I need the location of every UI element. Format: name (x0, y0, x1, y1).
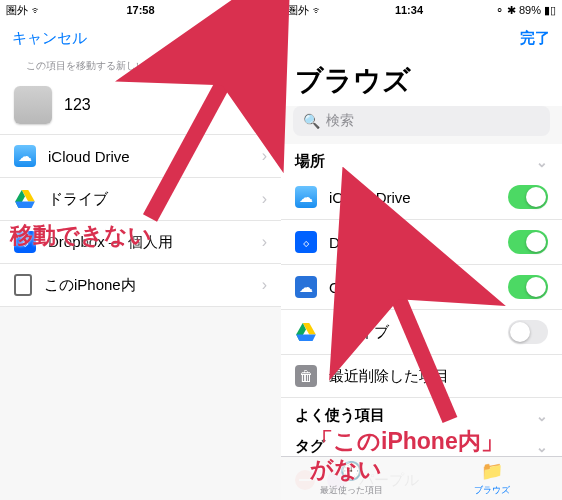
dropbox-icon: ⬦ (14, 231, 36, 253)
item-label: Dropbox — 個人用 (48, 233, 173, 252)
icloud-icon: ☁︎ (295, 186, 317, 208)
svg-marker-2 (15, 201, 35, 208)
item-label: ドライブ (48, 190, 108, 209)
location-item-dropbox[interactable]: ⬦ Dropbox — 個人用 › (0, 221, 281, 264)
phone-left: 圏外ᯤ 17:58 ⚬ ✱▮▯ キャンセル 移動 この項目を移動する新しい場所を… (0, 0, 281, 500)
item-label: 最近削除した項目 (329, 367, 449, 386)
battery-icon: ▮▯ (544, 4, 556, 17)
chevron-down-icon: ⌄ (536, 154, 548, 170)
tab-bar: 🕘 最近使った項目 📁 ブラウズ (281, 456, 562, 500)
chevron-icon: › (262, 147, 267, 165)
folder-row: 123 (0, 76, 281, 135)
location-row-icloud: ☁︎ iCloud Drive (281, 175, 562, 220)
dropbox-icon: ⬦ (295, 231, 317, 253)
phone-right: 圏外ᯤ 11:34 ⚬ ✱89%▮▯ 完了 ブラウズ 🔍 検索 場所 ⌄ ☁︎ … (281, 0, 562, 500)
tab-label: ブラウズ (474, 484, 510, 497)
status-bar: 圏外ᯤ 17:58 ⚬ ✱▮▯ (0, 0, 281, 20)
tab-label: 最近使った項目 (320, 484, 383, 497)
chevron-down-icon: ⌄ (536, 408, 548, 424)
section-label: よく使う項目 (295, 406, 385, 425)
location-item-iphone[interactable]: このiPhone内 › (0, 264, 281, 307)
item-label: ドライブ (329, 323, 389, 342)
tab-browse[interactable]: 📁 ブラウズ (422, 457, 563, 500)
onedrive-icon: ☁︎ (295, 276, 317, 298)
trash-icon: 🗑 (295, 365, 317, 387)
done-button[interactable]: 完了 (520, 29, 550, 48)
gdrive-icon (14, 188, 36, 210)
svg-marker-5 (296, 334, 316, 341)
toggle-gdrive[interactable] (508, 320, 548, 344)
folder-icon (14, 86, 52, 124)
icloud-icon: ☁︎ (14, 145, 36, 167)
section-label: 場所 (295, 152, 325, 171)
nav-bar: キャンセル 移動 (0, 20, 281, 56)
status-bar: 圏外ᯤ 11:34 ⚬ ✱89%▮▯ (281, 0, 562, 20)
item-label: このiPhone内 (44, 276, 136, 295)
iphone-icon (14, 274, 32, 296)
location-row-dropbox: ⬦ Dropbox (281, 220, 562, 265)
toggle-dropbox[interactable] (508, 230, 548, 254)
folder-icon: 📁 (481, 460, 503, 482)
location-item-icloud[interactable]: ☁︎ iCloud Drive › (0, 135, 281, 178)
clock: 17:58 (126, 4, 154, 16)
nav-subtitle: この項目を移動する新しい場所を選択してください (0, 56, 281, 76)
carrier-label: 圏外 (287, 3, 309, 18)
chevron-icon: › (262, 190, 267, 208)
gdrive-icon (295, 321, 317, 343)
section-label: タグ (295, 437, 325, 456)
item-label: iCloud Drive (48, 148, 130, 165)
search-input[interactable]: 🔍 検索 (293, 106, 550, 136)
nav-bar: 完了 (281, 20, 562, 56)
wifi-icon: ᯤ (312, 4, 323, 16)
cancel-button[interactable]: キャンセル (12, 29, 87, 48)
clock: 11:34 (395, 4, 423, 16)
folder-name: 123 (64, 96, 91, 114)
chevron-down-icon: ⌄ (536, 439, 548, 455)
section-header-favorites[interactable]: よく使う項目 ⌄ (281, 398, 562, 429)
location-row-onedrive: ☁︎ OneDrive (281, 265, 562, 310)
battery-label: 89% (519, 4, 541, 16)
page-title: ブラウズ (281, 56, 562, 106)
move-button[interactable]: 移動 (239, 29, 269, 48)
search-placeholder: 検索 (326, 112, 354, 130)
wifi-icon: ᯤ (31, 4, 42, 16)
clock-icon: 🕘 (340, 460, 362, 482)
item-label: Dropbox (329, 234, 386, 251)
battery-icon: ▮▯ (263, 4, 275, 17)
chevron-icon: › (262, 233, 267, 251)
bt-icon: ⚬ ✱ (239, 4, 260, 17)
tab-recent[interactable]: 🕘 最近使った項目 (281, 457, 422, 500)
search-icon: 🔍 (303, 113, 320, 129)
location-row-trash: 🗑 最近削除した項目 (281, 355, 562, 398)
toggle-icloud[interactable] (508, 185, 548, 209)
location-row-gdrive: ドライブ (281, 310, 562, 355)
item-label: iCloud Drive (329, 189, 411, 206)
toggle-onedrive[interactable] (508, 275, 548, 299)
section-header-locations[interactable]: 場所 ⌄ (281, 144, 562, 175)
bt-icon: ⚬ ✱ (495, 4, 516, 17)
item-label: OneDrive (329, 279, 392, 296)
carrier-label: 圏外 (6, 3, 28, 18)
chevron-icon: › (262, 276, 267, 294)
location-item-gdrive[interactable]: ドライブ › (0, 178, 281, 221)
